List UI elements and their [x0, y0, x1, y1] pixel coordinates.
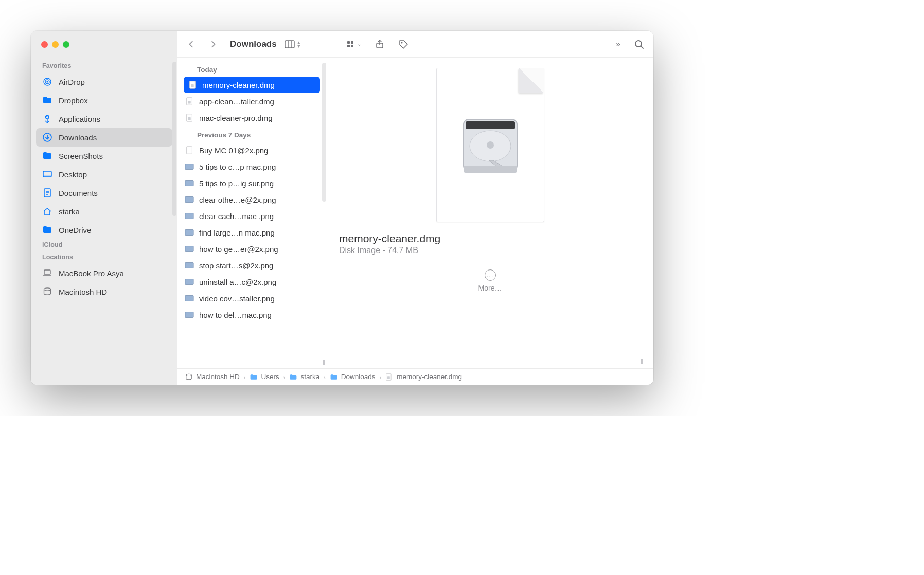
file-row[interactable]: how to ge…er@2x.png — [177, 241, 326, 257]
sidebar-item-label: OneDrive — [59, 226, 91, 235]
file-name: 5 tips to c…p mac.png — [199, 163, 276, 171]
file-row[interactable]: 5 tips to c…p mac.png — [177, 158, 326, 175]
sidebar-item-downloads[interactable]: Downloads — [36, 128, 172, 147]
breadcrumb-item[interactable]: starka — [289, 373, 319, 381]
breadcrumb-item[interactable]: Downloads — [330, 373, 376, 381]
sidebar-item-label: Dropbox — [59, 96, 88, 105]
tags-button[interactable] — [398, 39, 408, 49]
folder-icon — [250, 373, 258, 381]
file-name: mac-cleaner-pro.dmg — [199, 114, 273, 122]
breadcrumb-label: starka — [300, 373, 319, 381]
sidebar-section-label: Locations — [31, 251, 177, 264]
png-file-icon — [185, 261, 194, 270]
sidebar-section-label: iCloud — [31, 239, 177, 251]
breadcrumb-separator: › — [380, 374, 382, 380]
png-file-icon — [185, 310, 194, 319]
sidebar-item-label: Downloads — [59, 133, 97, 142]
sidebar-item-starka[interactable]: starka — [36, 202, 172, 221]
file-name: clear othe…e@2x.png — [199, 195, 276, 204]
file-name: clear cach…mac .png — [199, 212, 274, 221]
sidebar-item-applications[interactable]: Applications — [36, 110, 172, 128]
nav-arrows — [187, 40, 218, 49]
dmg-file-icon — [185, 113, 194, 122]
file-row[interactable]: video cov…staller.png — [177, 290, 326, 307]
file-name: Buy MC 01@2x.png — [199, 146, 268, 155]
file-row[interactable]: stop start…s@2x.png — [177, 257, 326, 274]
file-row[interactable]: mac-cleaner-pro.dmg — [177, 110, 326, 126]
main-content: Downloads ▴▾ ⌄ » — [177, 31, 653, 385]
file-row[interactable]: 5 tips to p…ig sur.png — [177, 175, 326, 191]
png-file-icon — [185, 195, 194, 204]
file-row[interactable]: uninstall a…c@2x.png — [177, 274, 326, 290]
file-name: 5 tips to p…ig sur.png — [199, 179, 274, 188]
laptop-icon — [42, 268, 52, 278]
desktop-icon — [42, 169, 52, 179]
sidebar-item-label: AirDrop — [59, 78, 85, 86]
zoom-window-button[interactable] — [63, 41, 69, 48]
png-file-icon — [185, 277, 194, 286]
preview-pane: memory-cleaner.dmg Disk Image - 74.7 MB … — [327, 58, 653, 368]
group-by-button[interactable]: ⌄ — [346, 40, 361, 48]
file-row[interactable]: clear cach…mac .png — [177, 208, 326, 224]
folder-icon — [330, 373, 338, 381]
sidebar-item-macbook[interactable]: MacBook Pro Asya — [36, 264, 172, 282]
sidebar-item-documents[interactable]: Documents — [36, 184, 172, 202]
applications-icon — [42, 114, 52, 124]
sidebar-section-label: Favorites — [31, 60, 177, 73]
minimize-window-button[interactable] — [52, 41, 59, 48]
sidebar-item-airdrop[interactable]: AirDrop — [36, 73, 172, 91]
share-button[interactable] — [375, 39, 385, 49]
file-row[interactable]: memory-cleaner.dmg — [184, 77, 320, 93]
sidebar-item-label: ScreenShots — [59, 152, 103, 160]
dmg-file-icon — [185, 97, 194, 106]
png-file-icon — [185, 294, 194, 303]
preview-column-resizer[interactable]: ǁ — [641, 358, 644, 364]
airdrop-icon — [42, 77, 52, 87]
search-button[interactable] — [634, 39, 644, 49]
file-list-column: Todaymemory-cleaner.dmgapp-clean…taller.… — [177, 58, 327, 368]
sidebar-item-screenshots[interactable]: ScreenShots — [36, 147, 172, 165]
breadcrumb-item[interactable]: Users — [250, 373, 279, 381]
file-row[interactable]: how to del…mac.png — [177, 307, 326, 323]
file-row[interactable]: find large…n mac.png — [177, 224, 326, 241]
file-row[interactable]: clear othe…e@2x.png — [177, 191, 326, 208]
sidebar-item-label: Desktop — [59, 170, 87, 179]
back-button[interactable] — [187, 40, 196, 49]
folder-icon — [42, 95, 52, 105]
file-name: how to del…mac.png — [199, 311, 272, 319]
chevron-down-icon: ⌄ — [357, 41, 361, 47]
preview-subtitle: Disk Image - 74.7 MB — [339, 246, 641, 255]
sidebar-item-hd[interactable]: Macintosh HD — [36, 282, 172, 301]
png-blank-file-icon — [185, 146, 194, 155]
preview-more-button[interactable]: ··· More… — [478, 269, 502, 292]
breadcrumb-item[interactable]: Macintosh HD — [185, 373, 240, 381]
sidebar-item-desktop[interactable]: Desktop — [36, 165, 172, 184]
png-file-icon — [185, 178, 194, 188]
window-controls — [31, 36, 177, 60]
png-file-icon — [185, 211, 194, 221]
dmg-icon — [385, 373, 394, 381]
breadcrumb-label: Downloads — [341, 373, 376, 381]
view-columns-button[interactable]: ▴▾ — [284, 39, 300, 49]
folder-icon — [289, 373, 297, 381]
sidebar-item-onedrive[interactable]: OneDrive — [36, 221, 172, 239]
column-resizer[interactable]: ǁ — [323, 360, 326, 365]
window-title: Downloads — [230, 39, 277, 49]
file-group-label: Previous 7 Days — [177, 126, 326, 142]
path-bar: Macintosh HD›Users›starka›Downloads›memo… — [177, 368, 653, 385]
file-row[interactable]: Buy MC 01@2x.png — [177, 142, 326, 158]
more-toolbar-button[interactable]: » — [616, 40, 620, 49]
breadcrumb-item[interactable]: memory-cleaner.dmg — [385, 373, 462, 381]
file-row[interactable]: app-clean…taller.dmg — [177, 93, 326, 110]
sidebar-item-dropbox[interactable]: Dropbox — [36, 91, 172, 110]
breadcrumb-separator: › — [283, 374, 286, 380]
forward-button[interactable] — [208, 40, 218, 49]
file-name: video cov…staller.png — [199, 294, 275, 303]
sidebar-scrollbar[interactable] — [172, 62, 176, 216]
close-window-button[interactable] — [41, 41, 48, 48]
downloads-icon — [42, 132, 52, 142]
dmg-file-icon — [188, 80, 197, 89]
preview-thumbnail — [436, 68, 544, 222]
updown-icon: ▴▾ — [297, 41, 300, 47]
sidebar-item-label: starka — [59, 207, 80, 216]
